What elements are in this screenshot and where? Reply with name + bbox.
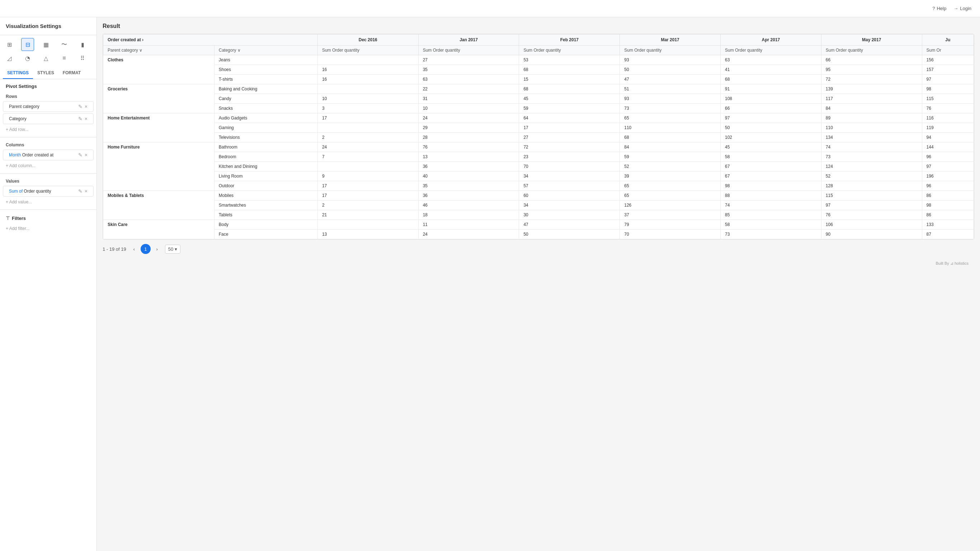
table-container: Order created at › Dec 2016 Jan 2017 Feb… [103, 34, 974, 240]
jan2017-header[interactable]: Jan 2017 [418, 34, 519, 46]
parent-category-actions: ✎ × [78, 104, 88, 110]
sidebar-item-sum-order-qty: Sum of Order quantity ✎ × [3, 186, 94, 197]
line-chart-icon-btn[interactable]: 〜 [58, 38, 71, 51]
apr2017-cell: 67 [721, 162, 821, 172]
category-cell: Mobiles [214, 191, 317, 201]
jun-cell: 196 [922, 172, 974, 181]
table-row: Home EntertainmentAudio Gadgets172464659… [103, 113, 974, 123]
pivot-settings-title: Pivot Settings [0, 79, 97, 92]
feb2017-cell: 45 [519, 94, 620, 104]
table-row: Outdoor173557659812896 [103, 181, 974, 191]
filter-icon-btn[interactable]: ≡ [58, 52, 71, 65]
table-row: Snacks3105973668476 [103, 104, 974, 113]
column-chart-icon-btn[interactable]: ▮ [76, 38, 89, 51]
edit-category-icon[interactable]: ✎ [78, 116, 83, 122]
per-page-value: 50 [168, 247, 173, 252]
category-cell: Smartwatches [214, 201, 317, 210]
edit-month-order-icon[interactable]: ✎ [78, 152, 83, 158]
parent-category-cell: Clothes [103, 55, 215, 84]
pie-chart-icon-btn[interactable]: ◔ [21, 52, 34, 65]
add-value-link[interactable]: + Add value... [0, 197, 97, 207]
dec2016-cell [317, 123, 418, 133]
feb2017-cell: 68 [519, 65, 620, 75]
dec2016-cell: 17 [317, 191, 418, 201]
table-icon-btn[interactable]: ⊞ [3, 38, 16, 51]
table-row: Televisions228276810213494 [103, 133, 974, 142]
tab-format[interactable]: FORMAT [59, 67, 85, 79]
apr2017-cell: 73 [721, 229, 821, 239]
apr2017-cell: 91 [721, 84, 821, 94]
mar2017-cell: 65 [620, 191, 721, 201]
remove-parent-category-icon[interactable]: × [85, 104, 88, 110]
may2017-cell: 110 [821, 123, 922, 133]
jun-cell: 144 [922, 142, 974, 152]
table-header-row-2: Parent category ∨ Category ∨ Sum Order q… [103, 46, 974, 55]
table-body: ClothesJeans2753936366156Shoes1635685041… [103, 55, 974, 239]
parent-category-col-header[interactable]: Parent category ∨ [103, 46, 215, 55]
sidebar-item-month-order: Month Order created at ✎ × [3, 150, 94, 160]
order-created-header[interactable]: Order created at › [103, 34, 318, 46]
category-cell: Outdoor [214, 181, 317, 191]
jun-cell: 133 [922, 220, 974, 229]
mar2017-header[interactable]: Mar 2017 [620, 34, 721, 46]
dec2016-cell: 2 [317, 133, 418, 142]
feb2017-cell: 23 [519, 152, 620, 162]
may2017-header[interactable]: May 2017 [821, 34, 922, 46]
per-page-down-icon: ▾ [175, 247, 177, 252]
edit-sum-order-icon[interactable]: ✎ [78, 188, 83, 194]
dec2016-header[interactable]: Dec 2016 [317, 34, 418, 46]
scatter-icon-btn[interactable]: ⠿ [76, 52, 89, 65]
dec2016-cell: 16 [317, 65, 418, 75]
tab-styles[interactable]: STYLES [33, 67, 59, 79]
category-cell: Kitchen and Dininng [214, 162, 317, 172]
funnel-icon-btn[interactable]: △ [40, 52, 52, 65]
prev-page-btn[interactable]: ‹ [129, 244, 139, 254]
sidebar-tabs: SETTINGS STYLES FORMAT [0, 67, 97, 79]
sidebar-item-category: Category ✎ × [3, 113, 94, 124]
mar2017-cell: 65 [620, 113, 721, 123]
content-area: Result Order created at › Dec 2016 Jan 2… [97, 17, 980, 551]
feb2017-cell: 27 [519, 133, 620, 142]
dec2016-cell: 21 [317, 210, 418, 220]
dec2016-cell [317, 55, 418, 65]
add-row-link[interactable]: + Add row... [0, 125, 97, 134]
jan2017-cell: 28 [418, 133, 519, 142]
tab-settings[interactable]: SETTINGS [3, 67, 33, 79]
edit-parent-category-icon[interactable]: ✎ [78, 104, 83, 110]
remove-sum-order-icon[interactable]: × [85, 188, 88, 194]
sum-order-qty-actions: ✎ × [78, 188, 88, 194]
category-cell: Shoes [214, 65, 317, 75]
apr2017-cell: 88 [721, 191, 821, 201]
help-link[interactable]: ? Help [932, 6, 946, 11]
add-filter-link[interactable]: + Add filter... [0, 224, 97, 233]
feb2017-header[interactable]: Feb 2017 [519, 34, 620, 46]
bar-chart-icon-btn[interactable]: ▦ [40, 38, 52, 51]
jan2017-cell: 36 [418, 191, 519, 201]
pivot-table: Order created at › Dec 2016 Jan 2017 Feb… [103, 34, 974, 239]
pivot-icon-btn[interactable]: ⊟ [21, 38, 34, 51]
next-page-btn[interactable]: › [152, 244, 162, 254]
sum-order-qty-label: Sum of Order quantity [9, 189, 51, 194]
sidebar-item-parent-category: Parent category ✎ × [3, 101, 94, 112]
table-row: ClothesJeans2753936366156 [103, 55, 974, 65]
may2017-cell: 124 [821, 162, 922, 172]
footer-label: Built By [935, 261, 949, 266]
category-cell: T-shirts [214, 75, 317, 84]
add-column-link[interactable]: + Add column... [0, 161, 97, 170]
jun-sum-header: Sum Or [922, 46, 974, 55]
remove-category-icon[interactable]: × [85, 116, 88, 122]
remove-month-order-icon[interactable]: × [85, 152, 88, 158]
mar2017-cell: 73 [620, 104, 721, 113]
category-col-header[interactable]: Category ∨ [214, 46, 317, 55]
mar2017-cell: 110 [620, 123, 721, 133]
parent-category-cell: Home Entertainment [103, 113, 215, 142]
table-header-row-1: Order created at › Dec 2016 Jan 2017 Feb… [103, 34, 974, 46]
per-page-select[interactable]: 50 ▾ [165, 245, 180, 253]
area-chart-icon-btn[interactable]: ◿ [3, 52, 16, 65]
mar2017-cell: 93 [620, 94, 721, 104]
table-row: Smartwatches24634126749798 [103, 201, 974, 210]
apr2017-header[interactable]: Apr 2017 [721, 34, 821, 46]
login-link[interactable]: → Login [953, 6, 971, 11]
page-1-btn[interactable]: 1 [141, 244, 151, 254]
jun-header[interactable]: Ju [922, 34, 974, 46]
